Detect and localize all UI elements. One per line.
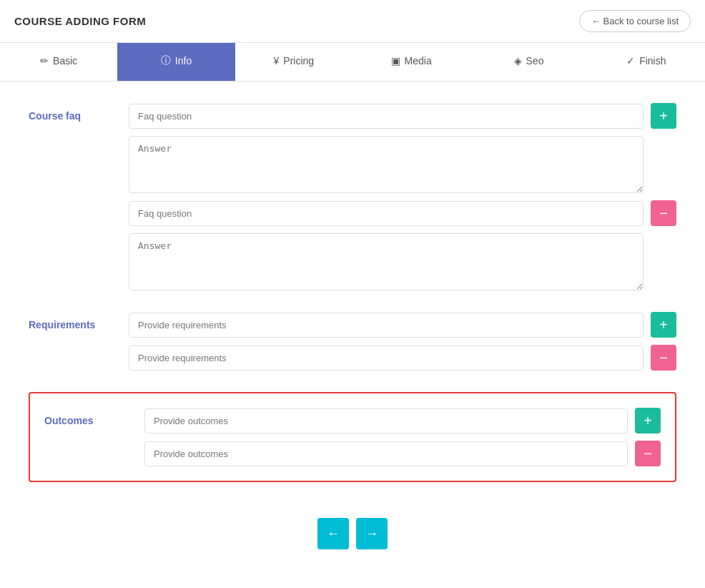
faq-add-button[interactable]: + xyxy=(651,103,676,129)
basic-icon: ✏ xyxy=(40,55,49,67)
outcomes-fields: + − xyxy=(144,408,661,466)
faq-remove-button[interactable]: − xyxy=(651,200,676,226)
course-faq-section: Course faq + − xyxy=(29,103,676,290)
faq-answer-textarea-2[interactable] xyxy=(129,233,644,290)
outcomes-section: Outcomes + − xyxy=(29,392,676,482)
faq-row-2: − xyxy=(129,200,676,226)
back-to-course-button[interactable]: ← Back to course list xyxy=(579,10,691,32)
outcomes-input-2[interactable] xyxy=(144,441,628,466)
faq-question-input-1[interactable] xyxy=(129,104,644,129)
info-icon: ⓘ xyxy=(161,54,171,67)
finish-icon: ✓ xyxy=(626,55,635,67)
outcomes-add-button[interactable]: + xyxy=(635,408,661,433)
requirements-label: Requirements xyxy=(29,312,129,330)
requirements-input-2[interactable] xyxy=(129,346,644,371)
faq-row-1: + xyxy=(129,103,676,129)
requirements-section: Requirements + − xyxy=(29,312,676,371)
tab-seo[interactable]: ◈ Seo xyxy=(470,43,587,81)
faq-answer-row-1 xyxy=(129,136,676,193)
tab-pricing[interactable]: ¥ Pricing xyxy=(235,43,352,81)
course-faq-fields: + − xyxy=(129,103,676,290)
outcomes-label: Outcomes xyxy=(44,408,144,426)
outcomes-row-1: + xyxy=(144,408,661,433)
course-faq-label: Course faq xyxy=(29,103,129,122)
bottom-navigation: ← → xyxy=(29,504,676,564)
requirements-remove-button[interactable]: − xyxy=(651,345,676,371)
requirements-fields: + − xyxy=(129,312,676,371)
outcomes-remove-button[interactable]: − xyxy=(635,441,661,466)
tab-basic[interactable]: ✏ Basic xyxy=(0,43,117,81)
requirements-input-1[interactable] xyxy=(129,313,644,338)
pricing-icon: ¥ xyxy=(274,55,280,67)
tab-finish[interactable]: ✓ Finish xyxy=(588,43,705,81)
faq-answer-row-2 xyxy=(129,233,676,290)
tab-media[interactable]: ▣ Media xyxy=(352,43,470,81)
requirements-add-button[interactable]: + xyxy=(651,312,676,338)
requirements-row-1: + xyxy=(129,312,676,338)
page-title: COURSE ADDING FORM xyxy=(14,15,146,27)
next-button[interactable]: → xyxy=(356,518,388,549)
prev-button[interactable]: ← xyxy=(317,518,349,549)
tab-info[interactable]: ⓘ Info xyxy=(117,43,235,81)
seo-icon: ◈ xyxy=(514,55,522,67)
outcomes-input-1[interactable] xyxy=(144,408,628,433)
faq-question-input-2[interactable] xyxy=(129,201,644,226)
faq-answer-textarea-1[interactable] xyxy=(129,136,644,193)
outcomes-row-2: − xyxy=(144,441,661,466)
media-icon: ▣ xyxy=(391,55,400,67)
tabs-nav: ✏ Basic ⓘ Info ¥ Pricing ▣ Media ◈ Seo ✓… xyxy=(0,43,705,82)
requirements-row-2: − xyxy=(129,345,676,371)
